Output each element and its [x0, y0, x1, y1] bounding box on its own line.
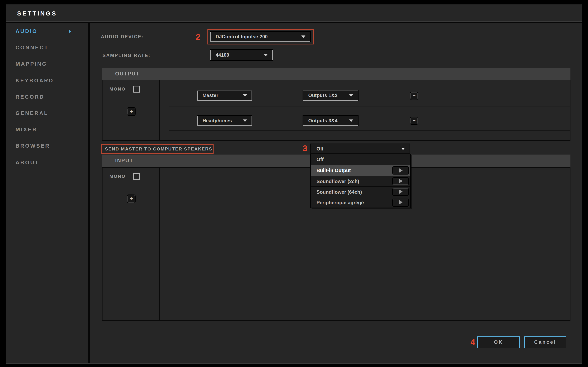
option-label: Off [316, 157, 324, 162]
play-icon [399, 179, 403, 183]
output-row-channels-value: Outputs 3&4 [308, 116, 337, 125]
input-mono-checkbox[interactable] [133, 173, 140, 180]
sidebar-item-label: CONNECT [16, 44, 49, 50]
chevron-down-icon [243, 119, 247, 122]
active-arrow-icon [69, 30, 71, 33]
send-master-option-list: Off Built-in Output Soundflower (2ch) So… [310, 154, 411, 208]
annotation-3: 3 [300, 143, 310, 154]
output-row-channels-dropdown[interactable]: Outputs 1&2 [303, 91, 358, 100]
output-section-header: OUTPUT [102, 68, 571, 81]
output-row-bus-value: Headphones [203, 116, 232, 125]
input-mono-label: MONO [109, 173, 126, 180]
sidebar-item-label: MAPPING [16, 61, 47, 67]
output-row-remove-button[interactable]: – [410, 92, 418, 100]
option-label: Périphérique agrégé [316, 200, 364, 206]
play-icon [399, 200, 403, 205]
window-body: AUDIO CONNECT MAPPING KEYBOARD RECORD GE… [6, 23, 582, 364]
sidebar-item-label: BROWSER [16, 143, 50, 149]
send-master-label: SEND MASTER TO COMPUTER SPEAKERS [102, 145, 213, 153]
output-mono-column: MONO + [103, 80, 160, 140]
row-separator [169, 105, 571, 106]
output-add-button[interactable]: + [127, 107, 136, 116]
output-row-bus-dropdown[interactable]: Master [197, 91, 252, 100]
option-soundflower-64ch[interactable]: Soundflower (64ch) [311, 186, 410, 197]
sidebar-item-audio[interactable]: AUDIO [6, 23, 88, 40]
row-separator [169, 130, 571, 131]
output-section-box: MONO + Master Outputs 1&2 – [102, 80, 571, 141]
chevron-down-icon [401, 147, 405, 150]
output-section-title: OUTPUT [115, 68, 140, 80]
sidebar-item-mapping[interactable]: MAPPING [6, 56, 88, 72]
sampling-rate-label: SAMPLING RATE: [103, 50, 151, 61]
sidebar-item-record[interactable]: RECORD [6, 89, 88, 105]
chevron-down-icon [243, 94, 247, 97]
preview-play-button[interactable] [392, 188, 409, 196]
option-label: Soundflower (2ch) [316, 178, 359, 184]
sidebar-item-label: MIXER [16, 126, 37, 133]
ok-button[interactable]: OK [477, 336, 520, 348]
content-panel: AUDIO DEVICE: 2 DJControl Inpulse 200 SA… [90, 23, 582, 363]
sidebar-item-label: GENERAL [16, 110, 48, 116]
chevron-down-icon [349, 94, 353, 97]
input-section-title: INPUT [115, 155, 133, 167]
option-built-in-output[interactable]: Built-in Output [311, 165, 410, 176]
sidebar-item-general[interactable]: GENERAL [6, 105, 88, 122]
output-mono-label: MONO [109, 85, 126, 92]
cancel-button[interactable]: Cancel [524, 336, 566, 348]
sampling-rate-dropdown[interactable]: 44100 [210, 50, 273, 60]
output-row-bus-dropdown[interactable]: Headphones [197, 116, 252, 125]
output-row-bus-value: Master [203, 91, 218, 100]
output-mono-checkbox[interactable] [133, 86, 140, 92]
send-master-annotation-outline: SEND MASTER TO COMPUTER SPEAKERS [101, 144, 214, 154]
option-label: Soundflower (64ch) [316, 189, 362, 195]
chevron-down-icon [349, 119, 353, 122]
play-icon [399, 190, 403, 194]
output-row-channels-dropdown[interactable]: Outputs 3&4 [303, 116, 358, 125]
settings-window: SETTINGS AUDIO CONNECT MAPPING KEYBOARD … [6, 4, 582, 363]
sidebar-item-label: ABOUT [16, 159, 39, 165]
sidebar-item-label: KEYBOARD [16, 77, 54, 83]
input-add-button[interactable]: + [127, 194, 136, 203]
sidebar-item-about[interactable]: ABOUT [6, 154, 88, 171]
send-master-dropdown[interactable]: Off [310, 143, 410, 154]
sidebar: AUDIO CONNECT MAPPING KEYBOARD RECORD GE… [6, 23, 90, 363]
option-peripherique-agrege[interactable]: Périphérique agrégé [311, 197, 410, 208]
sidebar-item-label: RECORD [16, 94, 44, 100]
sidebar-item-browser[interactable]: BROWSER [6, 138, 88, 154]
sidebar-item-keyboard[interactable]: KEYBOARD [6, 72, 88, 89]
preview-play-button[interactable] [392, 199, 409, 207]
chevron-down-icon [264, 54, 268, 56]
option-soundflower-2ch[interactable]: Soundflower (2ch) [311, 175, 410, 186]
annotation-2: 2 [193, 32, 203, 42]
input-mono-column: MONO + [103, 167, 160, 320]
sidebar-item-label: AUDIO [16, 28, 38, 34]
preview-play-button[interactable] [392, 177, 409, 185]
window-titlebar: SETTINGS [6, 4, 582, 22]
audio-device-label: AUDIO DEVICE: [101, 32, 144, 42]
audio-device-dropdown[interactable]: DJControl Inpulse 200 [210, 32, 310, 42]
sidebar-item-mixer[interactable]: MIXER [6, 122, 88, 138]
play-icon [399, 168, 403, 172]
preview-play-button[interactable] [392, 167, 409, 175]
option-label: Built-in Output [316, 168, 351, 174]
send-master-selected-value: Off [316, 144, 324, 153]
sampling-rate-value: 44100 [216, 50, 229, 60]
window-title: SETTINGS [17, 5, 57, 21]
chevron-down-icon [301, 35, 305, 38]
audio-device-value: DJControl Inpulse 200 [216, 32, 268, 41]
option-off[interactable]: Off [311, 154, 410, 165]
annotation-4: 4 [467, 337, 478, 347]
screen: SETTINGS AUDIO CONNECT MAPPING KEYBOARD … [0, 0, 588, 367]
output-row-remove-button[interactable]: – [410, 117, 418, 125]
output-row-channels-value: Outputs 1&2 [308, 91, 337, 100]
sidebar-item-connect[interactable]: CONNECT [6, 40, 88, 56]
